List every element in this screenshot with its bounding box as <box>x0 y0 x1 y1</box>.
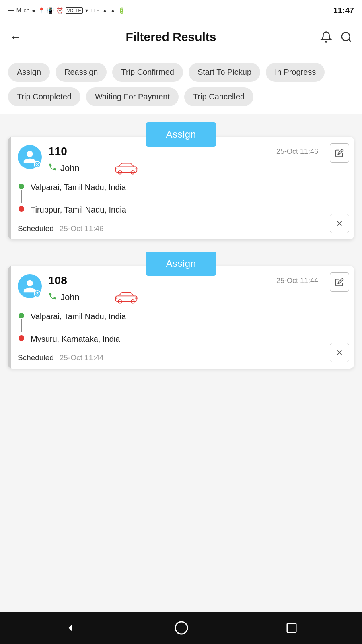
card-id-row-2: 108 25-Oct 11:44 <box>48 274 318 287</box>
card-top-1: 110 25-Oct 11:46 John <box>18 145 318 176</box>
edit-button-2[interactable] <box>330 272 349 292</box>
to-address-2: Mysuru, Karnataka, India <box>31 334 120 344</box>
gmail-icon: M <box>16 7 21 14</box>
cb-icon: cb <box>23 7 29 14</box>
chip-start-to-pickup[interactable]: Start To Pickup <box>189 63 260 82</box>
trip-id-1: 110 <box>48 145 67 158</box>
from-address-2: Valparai, Tamil Nadu, India <box>31 311 126 322</box>
lte-label: LTE <box>90 8 100 14</box>
trip-time-1: 25-Oct 11:46 <box>276 147 318 156</box>
back-icon: ← <box>10 30 22 43</box>
avatar-2 <box>18 274 42 298</box>
status-time: 11:47 <box>333 6 354 15</box>
close-icon-2 <box>335 348 344 357</box>
from-address-1: Valparai, Tamil Nadu, India <box>31 182 126 192</box>
card-divider-2 <box>18 349 318 349</box>
to-address-1: Tiruppur, Tamil Nadu, India <box>31 204 126 215</box>
scheduled-label-1: Scheduled <box>18 224 54 233</box>
status-icons: ••• M cb ● 📍 📳 ⏰ VOLTE ▾ LTE ▲ ▲ 🔋 <box>8 7 125 14</box>
cards-section: Assign <box>0 114 362 612</box>
phone-icon-1 <box>48 163 57 174</box>
route-vert-line-1 <box>21 190 22 203</box>
card-id-row-1: 110 25-Oct 11:46 <box>48 145 318 158</box>
dest-dot-1 <box>19 206 24 212</box>
recent-nav-button[interactable] <box>286 622 298 634</box>
back-nav-button[interactable] <box>64 621 77 634</box>
route-line-col-2 <box>18 311 25 333</box>
card-right-actions-1 <box>325 137 354 239</box>
location-icon: 📍 <box>38 7 45 14</box>
card-user-row-1: John <box>48 160 318 176</box>
edit-button-1[interactable] <box>330 143 349 163</box>
divider-v-1 <box>96 161 96 175</box>
bottom-nav <box>0 612 362 644</box>
check-icon-2 <box>35 292 39 296</box>
page-title: Filtered Results <box>125 30 216 44</box>
scheduled-time-2: 25-Oct 11:44 <box>60 353 104 362</box>
user-name-2: John <box>48 292 80 303</box>
svg-rect-9 <box>115 296 137 301</box>
svg-marker-16 <box>69 624 72 632</box>
chip-waiting-for-payment[interactable]: Waiting For Payment <box>86 87 179 106</box>
user-name-text-1: John <box>60 163 80 173</box>
battery-icon: 🔋 <box>118 7 125 14</box>
phone-icon-2 <box>48 292 57 303</box>
cancel-button-1[interactable] <box>330 214 349 233</box>
avatar-badge-2 <box>34 290 41 297</box>
wifi-icon: ▾ <box>85 7 88 14</box>
status-bar: ••• M cb ● 📍 📳 ⏰ VOLTE ▾ LTE ▲ ▲ 🔋 11:47 <box>0 0 362 21</box>
scheduled-time-1: 25-Oct 11:46 <box>60 224 104 233</box>
card-info-1: 110 25-Oct 11:46 John <box>48 145 318 176</box>
check-icon-1 <box>35 163 39 167</box>
trip-id-2: 108 <box>48 274 67 287</box>
close-icon-1 <box>335 219 344 228</box>
card-left-border-1 <box>8 137 11 239</box>
svg-point-0 <box>342 32 350 40</box>
trip-time-2: 25-Oct 11:44 <box>276 277 318 285</box>
card-user-row-2: John <box>48 289 318 305</box>
home-nav-button[interactable] <box>174 621 189 635</box>
back-triangle-icon <box>64 621 77 634</box>
circle-icon: ● <box>32 7 35 14</box>
route-to-2: Mysuru, Karnataka, India <box>18 334 318 344</box>
route-to-1: Tiruppur, Tamil Nadu, India <box>18 204 318 215</box>
chip-assign[interactable]: Assign <box>8 63 50 82</box>
chip-trip-confirmed[interactable]: Trip Confirmed <box>112 63 183 82</box>
avatar-1 <box>18 145 42 169</box>
top-nav: ← Filtered Results <box>0 21 362 53</box>
vibrate-icon: 📳 <box>47 7 54 14</box>
home-circle-icon <box>174 621 189 635</box>
card-divider-1 <box>18 220 318 220</box>
cancel-button-2[interactable] <box>330 343 349 362</box>
trip-card-wrapper-2: Assign <box>8 252 354 369</box>
card-content-2: 108 25-Oct 11:44 John <box>11 266 325 369</box>
assign-button-2[interactable]: Assign <box>146 252 216 276</box>
back-button[interactable]: ← <box>10 30 22 44</box>
filter-chips: Assign Reassign Trip Confirmed Start To … <box>8 63 354 106</box>
user-name-1: John <box>48 163 80 174</box>
trip-card-wrapper-1: Assign <box>8 122 354 239</box>
card-right-actions-2 <box>325 266 354 369</box>
origin-dot-2 <box>19 313 24 318</box>
route-vert-line-2 <box>21 319 22 332</box>
card-content-1: 110 25-Oct 11:46 John <box>11 137 325 239</box>
signal-icon-1: ▲ <box>102 7 108 14</box>
chip-reassign[interactable]: Reassign <box>56 63 107 82</box>
divider-v-2 <box>96 290 96 305</box>
chip-trip-cancelled[interactable]: Trip Cancelled <box>184 87 253 106</box>
chip-trip-completed[interactable]: Trip Completed <box>8 87 80 106</box>
svg-rect-18 <box>287 623 296 633</box>
volte-badge: VOLTE <box>66 7 83 14</box>
route-line-col-1 <box>18 182 25 204</box>
chip-in-progress[interactable]: In Progress <box>266 63 325 82</box>
edit-icon-1 <box>335 149 344 157</box>
assign-button-1[interactable]: Assign <box>146 122 216 147</box>
svg-line-1 <box>349 39 351 41</box>
scheduled-row-1: Scheduled 25-Oct 11:46 <box>18 224 318 233</box>
car-icon-1 <box>112 160 140 176</box>
bell-button[interactable] <box>320 31 332 43</box>
search-button[interactable] <box>340 31 352 43</box>
avatar-badge-1 <box>34 161 41 168</box>
scheduled-label-2: Scheduled <box>18 353 54 362</box>
svg-rect-2 <box>115 167 137 172</box>
